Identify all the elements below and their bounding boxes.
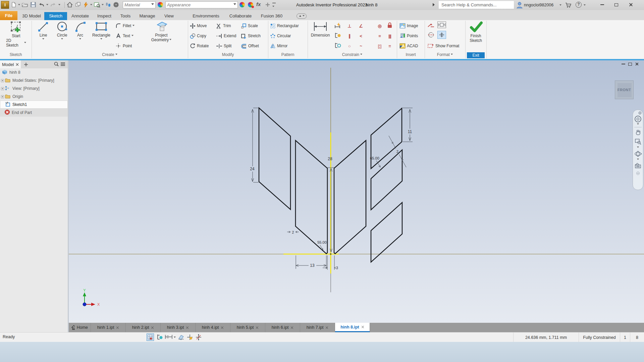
constraint-status-icon[interactable]	[156, 334, 163, 342]
tab-close-icon[interactable]	[361, 325, 364, 328]
tab-fusion-360[interactable]: Fusion 360	[258, 12, 286, 20]
maximize-button[interactable]	[611, 1, 621, 8]
tree-item-origin[interactable]: Origin	[0, 93, 68, 101]
tab-annotate[interactable]: Annotate	[68, 12, 93, 20]
split-button[interactable]: Split	[216, 42, 231, 50]
navbar-minus-icon[interactable]	[636, 172, 640, 175]
snap-grid-toggle-active[interactable]	[147, 334, 154, 341]
help-search-input[interactable]	[441, 2, 511, 7]
appearance-combo[interactable]: Appearance	[165, 1, 238, 8]
arc-button[interactable]: Arc	[72, 20, 88, 41]
home-button[interactable]	[67, 2, 73, 9]
tab-hinh4[interactable]: hinh 4.ipt	[196, 323, 230, 332]
panel-modify-caption[interactable]: Modify	[188, 52, 268, 58]
redo-button[interactable]	[50, 2, 56, 8]
offset-button[interactable]: Offset	[241, 42, 259, 50]
constraint-settings-icon[interactable]	[334, 42, 342, 50]
dof-icon[interactable]	[186, 334, 193, 342]
move-button[interactable]: Move	[190, 21, 207, 30]
horizontal-constraint-icon[interactable]: ≡	[375, 32, 384, 40]
color-wheel-icon[interactable]	[158, 2, 163, 7]
dim-28[interactable]: 28	[328, 157, 332, 161]
slice-graphics-icon[interactable]	[178, 334, 184, 342]
tab-manage[interactable]: Manage	[136, 12, 158, 20]
tab-hinh3[interactable]: hinh 3.ipt	[161, 323, 196, 332]
redo-dropdown[interactable]	[58, 4, 60, 6]
tree-item-model-states[interactable]: Model States: [Primary]	[0, 76, 68, 84]
text-button[interactable]: Text	[115, 32, 133, 40]
tab-hinh8-active[interactable]: hinh 8.ipt	[335, 323, 370, 332]
tab-close-icon[interactable]	[290, 326, 293, 329]
tangent-constraint-icon[interactable]: ○	[345, 42, 354, 50]
center-point-toggle-active[interactable]	[437, 31, 446, 39]
line-button[interactable]: Line	[35, 20, 52, 41]
material-combo[interactable]: Material	[123, 1, 156, 8]
image-button[interactable]: Image	[399, 21, 418, 30]
doc-close-button[interactable]	[635, 62, 639, 66]
dim-2-left[interactable]: 2	[292, 230, 294, 234]
look-at-tool-icon[interactable]	[634, 162, 642, 169]
measure-plus-icon[interactable]	[265, 2, 270, 8]
view-cube[interactable]: FRONT	[615, 80, 634, 99]
username-dropdown[interactable]	[559, 4, 561, 7]
adjust-appearance-icon[interactable]	[239, 2, 245, 7]
navbar-close-icon[interactable]	[638, 111, 642, 115]
symmetric-constraint-icon[interactable]: [¦]	[375, 42, 384, 50]
new-file-button[interactable]	[11, 2, 17, 9]
ribbon-collapse-button[interactable]	[297, 13, 307, 19]
smooth-constraint-icon[interactable]: ~	[357, 42, 365, 50]
zoom-window-tool-icon[interactable]	[634, 138, 642, 145]
capture-dropdown[interactable]	[102, 4, 104, 6]
switch-windows-button[interactable]	[75, 2, 81, 9]
rectangle-button[interactable]: Rectangle	[89, 20, 113, 41]
username-menu[interactable]: nngocloi982006	[524, 3, 553, 7]
save-button[interactable]	[30, 2, 36, 9]
tab-hinh6[interactable]: hinh 6.ipt	[265, 323, 300, 332]
dimension-button[interactable]: Dimension	[310, 20, 330, 38]
tab-close-icon[interactable]	[221, 326, 224, 329]
tree-item-view[interactable]: View: [Primary]	[0, 84, 68, 93]
expand-icon[interactable]	[1, 79, 4, 82]
undo-dropdown[interactable]	[46, 4, 48, 6]
equal-constraint-icon[interactable]: =	[385, 42, 394, 50]
panel-create-caption[interactable]: Create	[32, 52, 188, 58]
parallel-constraint-icon[interactable]: ∥	[345, 32, 354, 40]
extend-button[interactable]: Extend	[216, 32, 236, 40]
orbit-tool-icon[interactable]	[634, 115, 642, 123]
centerline-format-icon[interactable]	[427, 32, 435, 39]
dim-24[interactable]: 24	[250, 167, 255, 171]
doc-minimize-button[interactable]	[622, 64, 625, 64]
orbit2-dropdown[interactable]	[637, 159, 639, 161]
rotate-button[interactable]: Rotate	[190, 42, 209, 50]
data-swap-icon[interactable]	[105, 2, 111, 9]
tab-3d-model[interactable]: 3D Model	[19, 12, 44, 20]
panel-pattern-caption[interactable]: Pattern	[268, 52, 308, 58]
start-2d-sketch-button[interactable]: Start 2D Sketch	[6, 20, 26, 48]
help-icon[interactable]: ?	[576, 2, 582, 8]
tab-collaborate[interactable]: Collaborate	[225, 12, 256, 20]
clear-appearance-icon[interactable]	[248, 2, 253, 7]
tab-tools[interactable]: Tools	[117, 12, 134, 20]
stretch-button[interactable]: Stretch	[241, 32, 261, 40]
point-button[interactable]: Point	[115, 42, 132, 50]
tree-item-root[interactable]: hinh 8	[0, 68, 68, 76]
dim-13[interactable]: 13	[310, 263, 315, 268]
local-mode-lightning-button[interactable]	[83, 2, 89, 9]
tab-home[interactable]: Home	[69, 323, 91, 332]
zoom-dropdown[interactable]	[637, 146, 639, 149]
tab-view[interactable]: View	[161, 12, 177, 20]
circular-pattern-button[interactable]: Circular	[270, 32, 291, 40]
coincident-constraint-icon[interactable]: ∠	[357, 22, 365, 30]
dof2-icon[interactable]	[195, 334, 202, 342]
tab-hinh7[interactable]: hinh 7.ipt	[300, 323, 335, 332]
fillet-button[interactable]: Fillet	[115, 21, 135, 30]
free-orbit-tool-icon[interactable]	[634, 150, 642, 158]
browser-add-tab-button[interactable]	[24, 62, 28, 67]
trim-button[interactable]: Trim	[216, 21, 231, 30]
driven-dimension-icon[interactable]	[437, 21, 446, 28]
vertical-constraint-icon[interactable]: |||	[385, 32, 394, 40]
auto-dimension-icon[interactable]	[334, 22, 342, 30]
render-wheel-icon[interactable]	[113, 2, 119, 9]
panel-insert-caption[interactable]: Insert	[397, 52, 425, 58]
finish-sketch-button[interactable]: Finish Sketch	[466, 20, 485, 43]
